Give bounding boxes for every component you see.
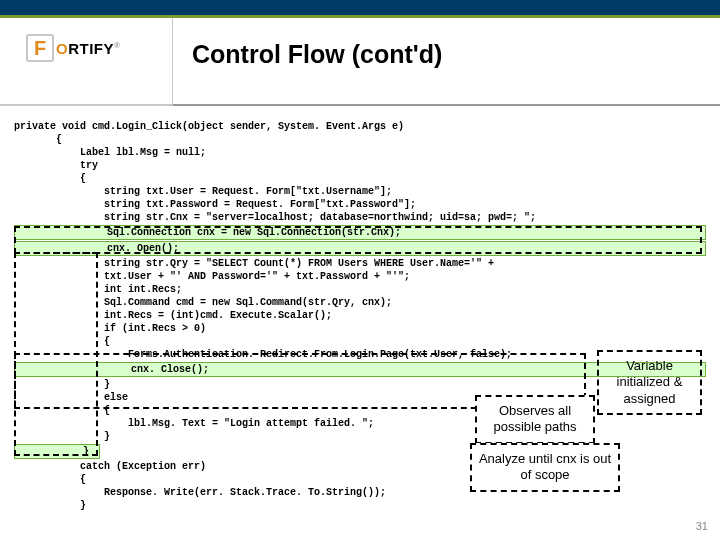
slide-title: Control Flow (cont'd) [192, 40, 442, 69]
code-line: string txt.Password = Request. Form["txt… [14, 198, 706, 211]
code-line: Label lbl.Msg = null; [14, 146, 706, 159]
code-line: txt.User + "' AND Password='" + txt.Pass… [14, 270, 706, 283]
code-line: Sql.Command cmd = new Sql.Command(str.Qr… [14, 296, 706, 309]
code-line: int int.Recs; [14, 283, 706, 296]
page-number: 31 [696, 520, 708, 532]
code-line: } [14, 499, 706, 512]
code-line-highlight: cnx. Open(); [14, 241, 706, 256]
code-line: private void cmd.Login_Click(object send… [14, 120, 706, 133]
annotation-scope: Analyze until cnx is out of scope [470, 443, 620, 492]
code-line-highlight: Sql.Connection cnx = new Sql.Connection(… [14, 225, 706, 240]
code-line: } [14, 430, 706, 443]
code-line: { [14, 335, 706, 348]
logo-f-icon: F [26, 34, 54, 62]
header-top-bar [0, 0, 720, 18]
code-line: { [14, 172, 706, 185]
code-line: int.Recs = (int)cmd. Execute.Scalar(); [14, 309, 706, 322]
code-line: string str.Cnx = "server=localhost; data… [14, 211, 706, 224]
code-line: string str.Qry = "SELECT Count(*) FROM U… [14, 257, 706, 270]
code-line-highlight: } [14, 444, 100, 459]
logo-text: ORTIFY® [56, 40, 120, 57]
code-line: { [14, 133, 706, 146]
slide-header: F ORTIFY® Control Flow (cont'd) [0, 0, 720, 108]
header-underline [0, 104, 720, 106]
header-divider [172, 18, 173, 104]
code-line: if (int.Recs > 0) [14, 322, 706, 335]
code-line: try [14, 159, 706, 172]
fortify-logo: F ORTIFY® [26, 34, 120, 62]
annotation-variable: Variable initialized & assigned [597, 350, 702, 415]
code-line: lbl.Msg. Text = "Login attempt failed. "… [14, 417, 706, 430]
code-line: string txt.User = Request. Form["txt.Use… [14, 185, 706, 198]
annotation-observes: Observes all possible paths [475, 395, 595, 444]
